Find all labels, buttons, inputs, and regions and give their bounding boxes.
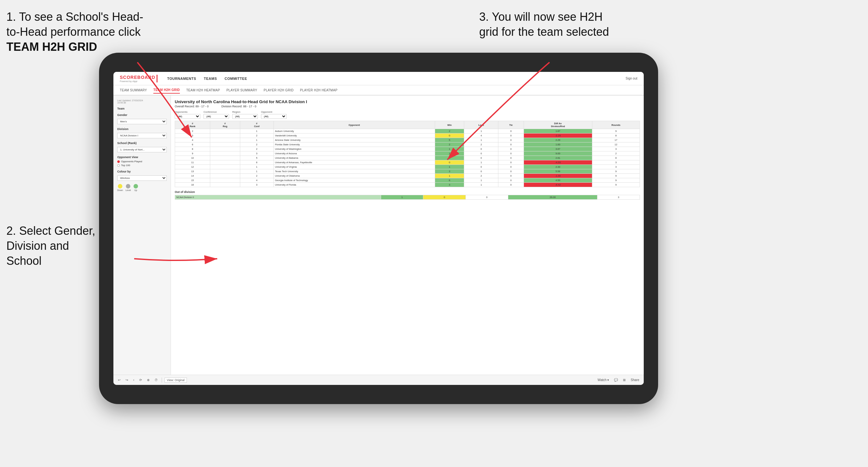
cell-diff: -1.00 <box>524 174 592 178</box>
ood-loss: 0 <box>423 195 466 200</box>
team-section: Team <box>117 107 167 110</box>
opponent-filter-select[interactable]: (All) <box>261 114 286 119</box>
cell-tie: 0 <box>498 174 524 178</box>
table-row: 16 3 University of Florida 3 1 0 -6.42 9 <box>175 183 640 187</box>
cell-loss: 2 <box>464 174 498 178</box>
school-select[interactable]: 1. University of Nort... <box>117 147 167 152</box>
cell-win: 2 <box>435 143 464 147</box>
nav-committee[interactable]: COMMITTEE <box>225 75 247 82</box>
nav-teams[interactable]: TEAMS <box>204 75 217 82</box>
cell-win: 3 <box>435 183 464 187</box>
radio-top-100[interactable]: Top 100 <box>117 164 167 167</box>
table-row: 4 1 Arizona State University 5 1 0 2.29 … <box>175 138 640 143</box>
cell-diff: 2.33 <box>524 165 592 169</box>
redo-btn[interactable]: ↪ <box>124 378 129 382</box>
tab-player-h2h-grid[interactable]: PLAYER H2H GRID <box>264 87 293 93</box>
cell-reg <box>210 151 240 156</box>
col-win: Win <box>435 121 464 129</box>
cell-diff: 5.56 <box>524 169 592 174</box>
tab-player-h2h-heatmap[interactable]: PLAYER H2H HEATMAP <box>300 87 337 93</box>
cell-tie: 0 <box>498 169 524 174</box>
refresh-btn[interactable]: ⟳ <box>138 378 143 382</box>
watch-btn[interactable]: Watch ▾ <box>596 378 611 382</box>
out-of-division-table: NCAA Division II 1 0 0 26.00 3 <box>175 195 640 200</box>
cell-rank: 2 <box>175 129 210 133</box>
cell-reg <box>210 138 240 143</box>
cell-loss: 4 <box>464 133 498 138</box>
logo: SCOREBOARD Powered by clippi <box>120 74 157 83</box>
cell-opponent: University of Virginia <box>274 165 435 169</box>
cell-win: 0 <box>435 160 464 165</box>
col-rounds: Rounds <box>592 121 640 129</box>
grid-btn[interactable]: ⊞ <box>622 378 627 382</box>
tab-team-h2h-heatmap[interactable]: TEAM H2H HEATMAP <box>186 87 220 93</box>
conference-filter-select[interactable]: (All) <box>204 114 229 119</box>
table-row: 8 2 University of Washington 1 0 0 3.67 … <box>175 147 640 151</box>
tab-player-summary[interactable]: PLAYER SUMMARY <box>226 87 257 93</box>
division-select[interactable]: NCAA Division I <box>117 133 167 138</box>
last-updated: Last Updated: 27/03/2024 16:55:38 <box>117 99 167 104</box>
color-legend: Down Level Up <box>117 184 167 191</box>
cell-rank: 16 <box>175 183 210 187</box>
cell-rank: 3 <box>175 133 210 138</box>
region-filter-label: Region <box>232 111 258 114</box>
col-conf: #Conf <box>240 121 274 129</box>
cell-rank: 10 <box>175 156 210 160</box>
cell-win: 2 <box>435 129 464 133</box>
tab-team-summary[interactable]: TEAM SUMMARY <box>120 87 147 93</box>
cell-opponent: University of Florida <box>274 183 435 187</box>
view-original-btn[interactable]: View: Original <box>164 378 187 383</box>
tablet-screen: SCOREBOARD Powered by clippi TOURNAMENTS… <box>114 72 644 385</box>
colour-by-label: Colour by <box>117 170 167 173</box>
cell-diff: 1.67 <box>524 129 592 133</box>
cell-diff: 3.67 <box>524 147 592 151</box>
cell-tie: 0 <box>498 129 524 133</box>
clock-btn[interactable]: ⏱ <box>153 378 159 382</box>
table-row: 2 1 Auburn University 2 1 0 1.67 9 <box>175 129 640 133</box>
cell-tie: 0 <box>498 138 524 143</box>
region-filter-select[interactable]: (All) <box>232 114 258 119</box>
cell-tie: 0 <box>498 165 524 169</box>
cell-opponent: University of Arkansas, Fayetteville <box>274 160 435 165</box>
sign-out-link[interactable]: Sign out <box>625 77 637 80</box>
col-tie: Tie <box>498 121 524 129</box>
table-row: 3 2 Vanderbilt University 0 4 0 -2.29 8 <box>175 133 640 138</box>
cell-rank: 14 <box>175 174 210 178</box>
cell-tie: 0 <box>498 156 524 160</box>
cell-conf: 2 <box>240 133 274 138</box>
nav-tournaments[interactable]: TOURNAMENTS <box>167 75 196 82</box>
table-row: 9 3 University of Arizona 1 0 0 9.00 2 <box>175 151 640 156</box>
annotation-step1: 1. To see a School's Head- to-Head perfo… <box>6 9 143 54</box>
tablet-device: SCOREBOARD Powered by clippi TOURNAMENTS… <box>99 53 658 404</box>
opponents-filter-select[interactable]: (All) <box>175 114 200 119</box>
cell-loss: 1 <box>464 160 498 165</box>
cell-rank: 12 <box>175 165 210 169</box>
cell-rank: 6 <box>175 143 210 147</box>
cell-loss: 2 <box>464 143 498 147</box>
cell-opponent: University of Alabama <box>274 156 435 160</box>
opponents-filter-label: Opponents: <box>175 111 200 114</box>
tab-team-h2h-grid[interactable]: TEAM H2H GRID <box>153 87 180 94</box>
opponent-filter: Opponent (All) <box>261 111 286 119</box>
col-reg: #Reg <box>210 121 240 129</box>
cell-rounds: 9 <box>592 129 640 133</box>
legend-up-dot <box>133 184 138 188</box>
back-btn[interactable]: ‹ <box>132 378 135 382</box>
record-row: Overall Record: 89 - 17 - 0 Division Rec… <box>175 105 640 108</box>
cell-reg <box>210 178 240 183</box>
sub-nav: TEAM SUMMARY TEAM H2H GRID TEAM H2H HEAT… <box>114 85 644 95</box>
legend-down-dot <box>118 184 122 188</box>
cell-reg <box>210 129 240 133</box>
radio-opponents-played[interactable]: Opponents Played <box>117 160 167 163</box>
add-btn[interactable]: ⊕ <box>146 378 151 382</box>
school-label: School (Rank) <box>117 142 167 145</box>
cell-conf: 1 <box>240 129 274 133</box>
bottom-toolbar: ↩ ↪ ‹ ⟳ ⊕ ⏱ View: Original Watch ▾ 💬 ⊞ S… <box>114 375 644 385</box>
comment-btn[interactable]: 💬 <box>613 378 619 382</box>
gender-select[interactable]: Men's <box>117 119 167 124</box>
undo-btn[interactable]: ↩ <box>117 378 122 382</box>
cell-rank: 8 <box>175 147 210 151</box>
colour-by-select[interactable]: Win/loss <box>117 175 167 181</box>
share-btn[interactable]: Share <box>629 378 641 382</box>
col-rank: #Rank <box>175 121 210 129</box>
